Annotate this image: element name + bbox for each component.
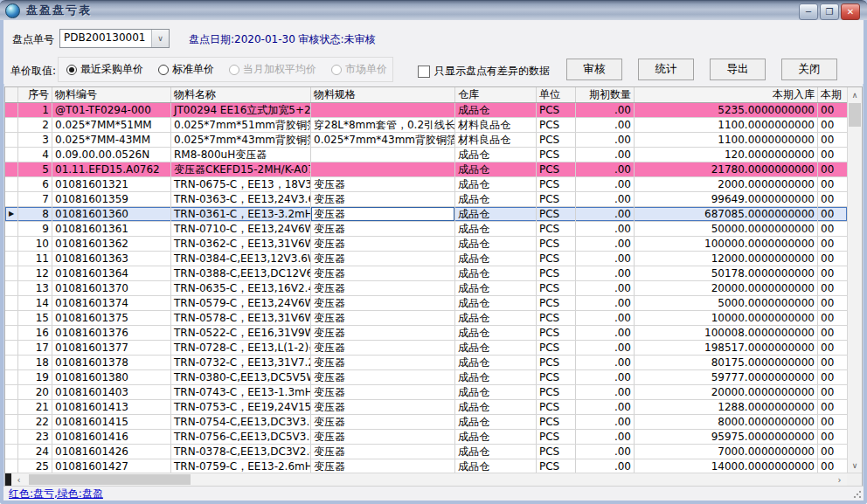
material-spec-cell: 变压器 xyxy=(311,356,455,369)
table-row[interactable]: 1801081601378TRN-0732-C，EE13,31V7.2W变压器成… xyxy=(5,356,847,370)
table-row[interactable]: 1@T01-TF0294-000JT00294 EE16立式加宽5+2成品仓PC… xyxy=(5,103,847,118)
horizontal-scroll-track[interactable] xyxy=(26,473,832,486)
price-radio-option[interactable]: 标准单价 xyxy=(158,62,214,77)
unit-cell: PCS xyxy=(537,266,576,280)
seq-cell: 2 xyxy=(18,118,52,132)
scroll-down-icon[interactable]: ∨ xyxy=(848,458,862,473)
table-row[interactable]: 1001081601362TRN-0362-C，EE13,31V6W，变压器成品… xyxy=(5,237,847,252)
seq-cell: 14 xyxy=(18,296,52,310)
vertical-scroll-thumb[interactable] xyxy=(849,103,861,127)
seq-cell: 13 xyxy=(18,281,52,295)
row-selector-cell xyxy=(5,281,18,295)
close-button[interactable]: 关闭 xyxy=(781,59,837,80)
table-row[interactable]: 1401081601374TRN-0579-C，EE13,24V6W变压器成品仓… xyxy=(5,296,847,311)
begin-qty-cell: .00 xyxy=(576,118,635,132)
chevron-down-icon[interactable]: ∨ xyxy=(151,30,169,47)
period-out-cell: 00 xyxy=(818,162,847,176)
period-out-cell: 00 xyxy=(818,237,847,251)
period-out-cell: 00 xyxy=(818,385,847,399)
grid-body: 1@T01-TF0294-000JT00294 EE16立式加宽5+2成品仓PC… xyxy=(5,103,847,473)
table-row[interactable]: 1201081601364TRN-0388-C,EE13,DC12V6W变压器成… xyxy=(5,266,847,281)
table-row[interactable]: 1701081601377TRN-0728-C，EE13,L(1-2)=7变压器… xyxy=(5,341,847,356)
price-radio-option[interactable]: 最近采购单价 xyxy=(66,62,143,77)
table-row[interactable]: 2401081601426TRN-0378-C,EE13,DC3V2.4W变压器… xyxy=(5,445,847,459)
table-row[interactable]: 2001081601403TRN-0743-C，EE13-1.3mH±变压器成品… xyxy=(5,385,847,400)
table-row[interactable]: 1601081601376TRN-0522-C，EE16,31V9W变压器成品仓… xyxy=(5,326,847,341)
material-spec-cell: 变压器 xyxy=(311,400,455,414)
price-source-label: 单价取值: xyxy=(10,64,56,79)
warehouse-cell: 成品仓 xyxy=(455,326,537,340)
maximize-button[interactable]: ❐ xyxy=(820,3,839,20)
table-row[interactable]: 20.025*7MM*51MM0.025*7mm*51mm背胶铜箔，穿28L*8… xyxy=(5,118,847,133)
seq-cell: 5 xyxy=(18,162,52,176)
table-row[interactable]: 601081601321TRN-0675-C，EE13，18V3.6变压器成品仓… xyxy=(5,177,847,192)
table-row[interactable]: ▶801081601360TRN-0361-C，EE13-3.2mH±变压器成品… xyxy=(5,207,847,222)
warehouse-cell: 成品仓 xyxy=(455,207,537,221)
table-row[interactable]: 701081601359TRN-0363-C，EE13,24V3.6W变压器成品… xyxy=(5,192,847,207)
period-out-cell: 00 xyxy=(818,118,847,132)
stats-button[interactable]: 统计 xyxy=(638,59,694,80)
unit-cell: PCS xyxy=(537,370,576,384)
begin-qty-cell: .00 xyxy=(576,459,635,473)
column-header[interactable]: 物料编号 xyxy=(52,87,171,102)
unit-cell: PCS xyxy=(537,148,576,162)
row-selector-cell xyxy=(5,415,18,429)
column-header[interactable]: 本期入库 xyxy=(635,87,818,102)
seq-cell: 4 xyxy=(18,148,52,162)
table-row[interactable]: 901081601361TRN-0710-C，EE13,24V6W，变压器成品仓… xyxy=(5,222,847,237)
table-row[interactable]: 1101081601363TRN-0384-C,EE13,12V3.6W变压器成… xyxy=(5,252,847,266)
minimize-button[interactable]: ─ xyxy=(799,3,818,20)
table-row[interactable]: 30.025*7MM-43MM0.025*7mm*43mm背胶铜箔，0.025*… xyxy=(5,133,847,148)
doc-no-combobox[interactable]: PDB200130001 ∨ xyxy=(59,29,170,48)
scroll-left-icon[interactable]: ‹ xyxy=(11,473,26,486)
period-out-cell: 00 xyxy=(818,400,847,414)
period-in-cell: 80175.0000000000 xyxy=(635,356,818,369)
material-name-cell: TRN-0578-C，EE13,31V6W xyxy=(171,311,311,325)
grid-splitter-handle[interactable] xyxy=(5,473,11,486)
seq-cell: 10 xyxy=(18,237,52,251)
unit-cell: PCS xyxy=(537,459,576,473)
warehouse-cell: 成品仓 xyxy=(455,459,537,473)
column-header[interactable]: 序号 xyxy=(18,87,52,102)
title-bar[interactable]: 盘盈盘亏表 ─ ❐ ✕ xyxy=(0,0,867,20)
doc-no-value: PDB200130001 xyxy=(60,30,151,47)
column-header[interactable]: 物料名称 xyxy=(171,87,311,102)
horizontal-scrollbar[interactable]: ‹ › xyxy=(5,473,862,486)
warehouse-cell: 成品仓 xyxy=(455,296,537,310)
material-name-cell: TRN-0732-C，EE13,31V7.2W xyxy=(171,356,311,369)
horizontal-scroll-thumb[interactable] xyxy=(29,474,191,485)
column-header[interactable]: 单位 xyxy=(537,87,576,102)
scroll-right-icon[interactable]: › xyxy=(832,473,847,486)
table-row[interactable]: 40.09.00.00.0526NRM8-800uH变压器成品仓PCS.0012… xyxy=(5,148,847,162)
column-header[interactable]: 物料规格 xyxy=(311,87,455,102)
table-row[interactable]: 2201081601415TRN-0754-C,EE13,DC3V3.6W变压器… xyxy=(5,415,847,430)
warehouse-cell: 成品仓 xyxy=(455,148,537,162)
period-out-cell: 00 xyxy=(818,341,847,355)
material-code-cell: 01081601362 xyxy=(52,237,171,251)
material-code-cell: 01081601377 xyxy=(52,341,171,355)
table-row[interactable]: 2501081601427TRN-0759-C，EE13-2.6mH±变压器成品… xyxy=(5,459,847,473)
column-header[interactable]: 期初数量 xyxy=(576,87,635,102)
radio-icon xyxy=(158,65,169,75)
begin-qty-cell: .00 xyxy=(576,266,635,280)
material-spec-cell: 变压器 xyxy=(311,177,455,191)
diff-only-checkbox[interactable]: 只显示盘点有差异的数据 xyxy=(418,64,550,79)
vertical-scrollbar[interactable]: ∧ ∨ xyxy=(847,87,862,473)
column-header[interactable]: 本期 xyxy=(818,87,847,102)
table-row[interactable]: 501.11.EFD15.A0762变压器CKEFD15-2MH/K-A076成… xyxy=(5,162,847,177)
app-logo-icon xyxy=(5,3,20,18)
table-row[interactable]: 2301081601416TRN-0756-C,EE13,DC5V3.6W变压器… xyxy=(5,430,847,445)
period-out-cell: 00 xyxy=(818,192,847,206)
close-window-button[interactable]: ✕ xyxy=(841,3,860,20)
scroll-up-icon[interactable]: ∧ xyxy=(848,87,862,102)
material-code-cell: 0.09.00.00.0526N xyxy=(52,148,171,162)
row-selector-cell xyxy=(5,326,18,340)
column-header[interactable]: 仓库 xyxy=(455,87,537,102)
audit-button[interactable]: 审核 xyxy=(566,59,622,80)
resize-grip[interactable] xyxy=(853,490,862,499)
table-row[interactable]: 1301081601370TRN-0635-C，EE13,16V2.4W变压器成… xyxy=(5,281,847,296)
export-button[interactable]: 导出 xyxy=(710,59,766,80)
table-row[interactable]: 1501081601375TRN-0578-C，EE13,31V6W变压器成品仓… xyxy=(5,311,847,326)
table-row[interactable]: 1901081601380TRN-0380-C,EE13,DC5V5W变压器成品… xyxy=(5,370,847,385)
table-row[interactable]: 2101081601413TRN-0753-C，EE19,24V15W变压器成品… xyxy=(5,400,847,415)
